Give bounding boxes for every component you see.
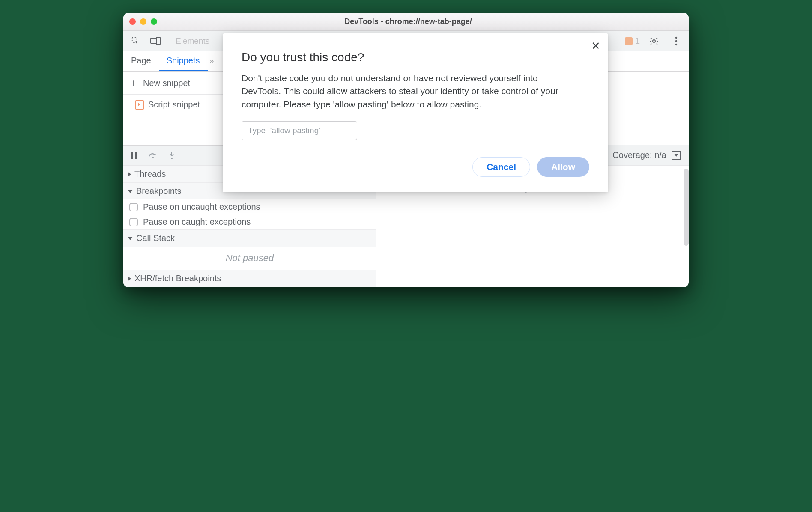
svg-point-6 — [675, 43, 677, 45]
dialog-body: Don't paste code you do not understand o… — [242, 72, 567, 111]
svg-point-9 — [152, 157, 154, 158]
pause-icon[interactable] — [129, 151, 139, 160]
close-icon[interactable]: ✕ — [591, 39, 600, 53]
new-snippet-label: New snippet — [143, 78, 190, 88]
close-window-icon[interactable] — [129, 18, 136, 25]
threads-label: Threads — [134, 169, 166, 179]
dialog-actions: Cancel Allow — [242, 157, 589, 177]
warning-icon — [625, 37, 633, 45]
step-into-icon[interactable] — [167, 151, 176, 160]
xhr-label: XHR/fetch Breakpoints — [134, 274, 221, 283]
chevron-right-icon — [128, 172, 131, 177]
callstack-header[interactable]: Call Stack — [123, 230, 376, 247]
pause-caught-row[interactable]: Pause on caught exceptions — [123, 214, 376, 229]
breakpoints-label: Breakpoints — [136, 186, 182, 196]
svg-point-5 — [675, 40, 677, 42]
svg-point-4 — [675, 36, 677, 38]
tab-elements[interactable]: Elements — [170, 34, 215, 48]
callstack-section: Call Stack Not paused — [123, 230, 376, 270]
warning-count: 1 — [635, 36, 640, 46]
inspect-element-icon[interactable] — [128, 33, 144, 49]
cancel-button[interactable]: Cancel — [472, 157, 530, 177]
subtabs-overflow-icon[interactable]: » — [208, 51, 218, 71]
subtab-page[interactable]: Page — [123, 51, 159, 71]
maximize-window-icon[interactable] — [151, 18, 157, 25]
snippet-file-icon — [135, 100, 144, 110]
svg-rect-8 — [135, 152, 137, 159]
pause-caught-label: Pause on caught exceptions — [143, 217, 251, 227]
chevron-right-icon — [128, 276, 131, 281]
allow-pasting-input[interactable] — [242, 121, 357, 140]
checkbox-icon[interactable] — [129, 203, 138, 211]
warnings-badge[interactable]: 1 — [625, 36, 640, 46]
toolbar-right: 1 — [625, 33, 684, 49]
plus-icon: + — [129, 77, 138, 89]
chevron-down-icon — [128, 237, 133, 240]
coverage-dropdown-icon[interactable] — [672, 151, 681, 160]
settings-gear-icon[interactable] — [646, 33, 662, 49]
coverage-label: Coverage: n/a — [612, 150, 666, 160]
window-title: DevTools - chrome://new-tab-page/ — [157, 17, 659, 26]
minimize-window-icon[interactable] — [140, 18, 146, 25]
svg-point-3 — [653, 40, 655, 42]
device-toolbar-icon[interactable] — [147, 33, 164, 49]
allow-button[interactable]: Allow — [537, 157, 589, 177]
svg-point-10 — [171, 158, 173, 159]
xhr-section[interactable]: XHR/fetch Breakpoints — [123, 270, 376, 287]
step-over-icon[interactable] — [148, 151, 158, 160]
traffic-lights — [129, 18, 157, 25]
dialog-title: Do you trust this code? — [242, 51, 589, 64]
svg-rect-2 — [156, 37, 160, 45]
pause-uncaught-label: Pause on uncaught exceptions — [143, 202, 260, 212]
chevron-down-icon — [128, 190, 133, 193]
pause-uncaught-row[interactable]: Pause on uncaught exceptions — [123, 199, 376, 214]
titlebar: DevTools - chrome://new-tab-page/ — [123, 13, 689, 31]
svg-rect-7 — [131, 152, 133, 159]
scrollbar[interactable] — [684, 169, 689, 246]
checkbox-icon[interactable] — [129, 218, 138, 226]
trust-code-dialog: ✕ Do you trust this code? Don't paste co… — [223, 33, 608, 192]
callstack-label: Call Stack — [136, 233, 175, 243]
subtab-snippets[interactable]: Snippets — [159, 51, 208, 71]
snippet-item-label: Script snippet — [148, 100, 200, 110]
devtools-window: DevTools - chrome://new-tab-page/ Elemen… — [123, 13, 689, 287]
callstack-not-paused: Not paused — [123, 247, 376, 270]
kebab-menu-icon[interactable] — [668, 33, 684, 49]
